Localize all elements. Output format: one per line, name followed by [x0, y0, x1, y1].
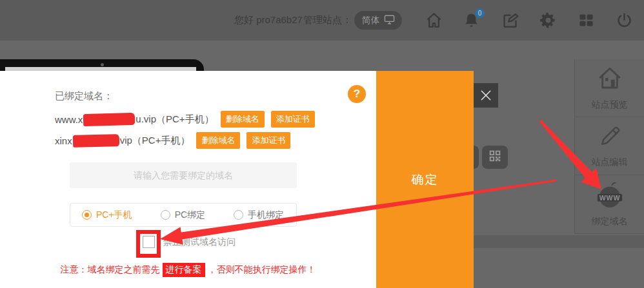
bound-domains-label: 已绑定域名： [55, 90, 113, 102]
forbid-test-domain-row: 禁止测试域名访问 [143, 236, 236, 248]
sidebar-item-site-preview[interactable]: 站点预览 [575, 59, 644, 117]
domain-text-prefix: xinx [55, 135, 72, 146]
domain-text-suffix: vip（PC+手机） [120, 135, 190, 147]
notice-text: 注意：域名绑定之前需先进行备案，否则不能执行绑定操作！ [0, 263, 376, 277]
settings-gear-icon[interactable] [539, 12, 557, 29]
notice-prefix: 注意：域名绑定之前需先 [61, 264, 160, 274]
qr-code-button[interactable] [482, 146, 508, 169]
radio-icon [82, 210, 92, 220]
manage-site-label: 管理站点： [303, 14, 352, 26]
redaction-scribble [83, 112, 135, 126]
bound-domain-row: www.xu.vip（PC+手机） 删除域名 添加证书 [55, 111, 315, 128]
radio-pc-and-mobile[interactable]: PC+手机 [82, 209, 132, 221]
bind-type-radio-group: PC+手机 PC绑定 手机绑定 [70, 203, 297, 227]
radio-mobile-bind[interactable]: 手机绑定 [234, 209, 284, 221]
sidebar-item-label: 站点预览 [592, 99, 628, 111]
pencil-icon [597, 124, 623, 152]
monitor-icon [384, 15, 395, 26]
www-globe-icon: WWW [595, 182, 625, 211]
home-icon [596, 65, 624, 95]
radio-label: PC绑定 [175, 209, 205, 221]
bind-domain-modal: 已绑定域名： www.xu.vip（PC+手机） 删除域名 添加证书 xinxv… [0, 71, 376, 288]
sidebar-item-label: 站点编辑 [592, 157, 628, 168]
sidebar-item-site-edit[interactable]: 站点编辑 [575, 117, 644, 175]
icp-filing-link[interactable]: 进行备案 [163, 263, 205, 277]
forbid-test-domain-checkbox[interactable] [143, 236, 155, 248]
notification-count-badge: 0 [475, 8, 485, 18]
delete-domain-button[interactable]: 删除域名 [196, 132, 240, 149]
tablet-camera-dot [101, 63, 104, 66]
edit-icon[interactable] [501, 12, 519, 29]
close-icon[interactable] [474, 83, 498, 108]
add-certificate-button[interactable]: 添加证书 [271, 111, 315, 128]
user-greeting: 您好 pro7a6b27 [234, 14, 303, 26]
apps-grid-icon[interactable] [578, 12, 595, 29]
radio-icon [161, 210, 170, 220]
domain-text-suffix: u.vip（PC+手机） [136, 113, 214, 126]
qr-code-icon [488, 149, 502, 166]
radio-label: 手机绑定 [248, 209, 284, 221]
power-icon[interactable] [616, 12, 633, 29]
notice-suffix: ，否则不能执行绑定操作！ [208, 264, 316, 274]
sidebar-item-bind-domain[interactable]: WWW 绑定域名 [575, 175, 644, 234]
delete-domain-button[interactable]: 删除域名 [221, 111, 265, 128]
domain-input[interactable] [70, 162, 297, 188]
language-switch-button[interactable]: 简体 [354, 11, 402, 30]
redaction-scribble [72, 134, 119, 148]
screen: 您好 pro7a6b27 管理站点： 简体 0 [0, 0, 644, 288]
sidebar-item-label: 绑定域名 [592, 216, 628, 227]
radio-icon [234, 210, 243, 220]
language-label: 简体 [362, 15, 380, 26]
radio-pc-bind[interactable]: PC绑定 [161, 209, 205, 221]
top-header: 您好 pro7a6b27 管理站点： 简体 0 [0, 0, 644, 41]
domain-text-prefix: www.x [55, 114, 83, 125]
notifications-bell-icon[interactable]: 0 [463, 12, 480, 29]
svg-text:WWW: WWW [599, 193, 620, 201]
radio-label: PC+手机 [96, 209, 132, 221]
footer-band [474, 235, 644, 248]
home-icon[interactable] [425, 12, 443, 29]
checkbox-label: 禁止测试域名访问 [163, 236, 236, 248]
right-sidebar: 站点预览 站点编辑 WWW 绑定域名 [574, 59, 644, 234]
add-certificate-button[interactable]: 添加证书 [247, 132, 290, 149]
hidden-toolbar-button [474, 146, 479, 169]
help-icon[interactable]: ? [348, 85, 366, 103]
confirm-button[interactable]: 确定 [376, 71, 474, 288]
bound-domain-row: xinxvip（PC+手机） 删除域名 添加证书 [55, 132, 290, 149]
